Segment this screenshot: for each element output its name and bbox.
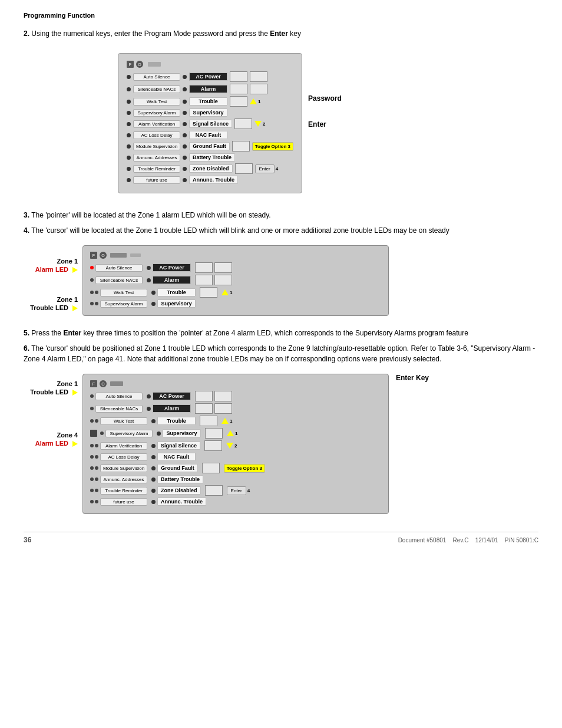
panel-row-4: Supervisory Alarm Supervisory: [127, 108, 293, 117]
dot3a: [90, 291, 94, 294]
panel2-row3: Walk Test Trouble 1: [90, 287, 381, 298]
p2-box1b: [214, 262, 232, 273]
p3-zone4-alarm: Zone 4Alarm LED: [35, 431, 78, 448]
panel2-dots1: [90, 266, 94, 269]
dot1: [90, 266, 94, 269]
led7a: [127, 144, 131, 149]
p3-lbl7: Ground Fault: [157, 464, 198, 472]
p2-lbl-ac-power: AC Power: [153, 263, 191, 272]
p3-dot10b: [95, 500, 98, 503]
p3-dot9a: [90, 489, 94, 492]
p3-dot10a: [90, 500, 94, 503]
step-2-text: 2. Using the numerical keys, enter the P…: [24, 28, 538, 39]
p3-up-icon2: [227, 430, 234, 436]
p2-arrow-up: 1: [222, 289, 232, 295]
p3-dot3b: [95, 419, 98, 423]
panel-row-3: Walk Test Trouble 1: [127, 96, 293, 107]
p3-arr-up2: 1: [227, 430, 237, 436]
p3-alarm-text: Alarm LED: [35, 440, 68, 447]
p3-row2: Silenceable NACs Alarm: [90, 403, 381, 414]
p2-up-icon: [222, 289, 229, 295]
arrow-down-2: 2: [254, 121, 265, 127]
p3-dots10: [90, 500, 98, 503]
p3-box3: [200, 416, 217, 426]
page-number: 36: [24, 536, 31, 544]
btn-supervisory: Supervisory Alarm: [133, 109, 180, 117]
p3-lbl1: AC Power: [153, 392, 191, 400]
btn-future-use: future use: [133, 176, 180, 184]
lbl-alarm: Alarm: [189, 85, 227, 93]
p2-led4: [151, 302, 156, 306]
p3-row3: Walk Test Trouble 1: [90, 416, 381, 426]
box3a: [230, 96, 247, 107]
panel-row-1: Auto Silence AC Power: [127, 71, 293, 82]
led1b: [183, 75, 187, 79]
enter-key-label: Enter Key: [396, 374, 429, 382]
btn-trouble-reminder: Trouble Reminder: [133, 165, 180, 173]
step-2-num: 2.: [24, 29, 29, 38]
footer-doc: Document #50801: [398, 537, 447, 543]
p3-dot5b: [95, 444, 98, 447]
btn-silenceable: Silenceable NACs: [133, 85, 180, 93]
page-header: Programming Function: [24, 12, 538, 19]
zone1-trouble-led-label: Zone 1Trouble LED: [30, 295, 78, 312]
lbl-battery-trouble: Battery Trouble: [189, 153, 235, 162]
p2-lbl-supervisory: Supervisory: [157, 299, 196, 308]
p3-box5: [204, 440, 222, 451]
step-5-num: 5.: [24, 329, 29, 337]
p3-lbl10: Annunc. Trouble: [157, 498, 206, 506]
p2-num1: 1: [230, 290, 232, 295]
f-icon: F: [127, 61, 134, 68]
led9b: [183, 167, 187, 171]
p3-num2: 1: [235, 431, 237, 436]
led10a: [127, 178, 131, 182]
p3-dots2: [90, 407, 94, 410]
footer-rev: Rev.C: [453, 537, 469, 543]
panel1-diagram: F O Auto Silence AC Power Silenceable NA…: [118, 53, 302, 193]
enter-annotation: Enter: [308, 120, 342, 129]
box9a: [235, 163, 253, 174]
panel-row-5: Alarm Verification Signal Silence 2: [127, 118, 293, 129]
btn-module-super: Module Supervision: [133, 143, 180, 150]
p3-led6: [151, 455, 156, 459]
p3-dots4: [100, 431, 104, 435]
p3-btn3: Walk Test: [100, 417, 147, 425]
led7b: [183, 144, 187, 149]
box5a: [234, 118, 252, 129]
lbl-trouble: Trouble: [189, 97, 227, 106]
p3-enter-area: Enter 4: [227, 486, 250, 495]
p3-row4: Supervisory Alarm Supervisory 1: [90, 428, 381, 439]
p3-box1b: [214, 391, 232, 401]
p3-led1: [147, 394, 151, 398]
lbl-nac-fault: NAC Fault: [189, 131, 227, 139]
p3-num4: 4: [247, 488, 250, 493]
box2a: [230, 84, 247, 94]
p3-row9: Trouble Reminder Zone Disabled Enter 4: [90, 485, 381, 496]
panel2-left-labels: Zone 1Alarm LED Zone 1Trouble LED: [24, 257, 82, 312]
p3-btn7: Module Supervision: [100, 465, 147, 472]
dot4b: [95, 302, 98, 305]
p3-row1: Auto Silence AC Power: [90, 391, 381, 401]
o-icon-2: O: [100, 252, 107, 259]
btn-walk-test: Walk Test: [133, 98, 180, 106]
p3-toggle: Toggle Option 3: [224, 464, 265, 473]
p3-row10: future use Annunc. Trouble: [90, 498, 381, 506]
p2-btn-supervisory: Supervisory Alarm: [100, 300, 147, 308]
p3-up-icon: [222, 418, 229, 424]
p3-box2b: [214, 403, 232, 414]
led2a: [127, 87, 131, 91]
p3-led5: [151, 444, 156, 448]
panel-row-9: Trouble Reminder Zone Disabled Enter 4: [127, 163, 293, 174]
p3-led3: [151, 419, 156, 423]
arrow-right-1: [72, 267, 78, 273]
led5b: [183, 122, 187, 126]
p2-btn-silenceable: Silenceable NACs: [95, 276, 143, 284]
p3-led4: [157, 431, 161, 436]
step-3-text: 3. The 'pointer' will be located at the …: [24, 210, 538, 220]
led10b: [183, 178, 187, 182]
p3-btn9: Trouble Reminder: [100, 487, 147, 495]
p3-dots5: [90, 444, 98, 447]
o-icon-3: O: [100, 380, 107, 387]
dot4a: [90, 302, 94, 305]
p3-down-icon: [226, 443, 233, 449]
